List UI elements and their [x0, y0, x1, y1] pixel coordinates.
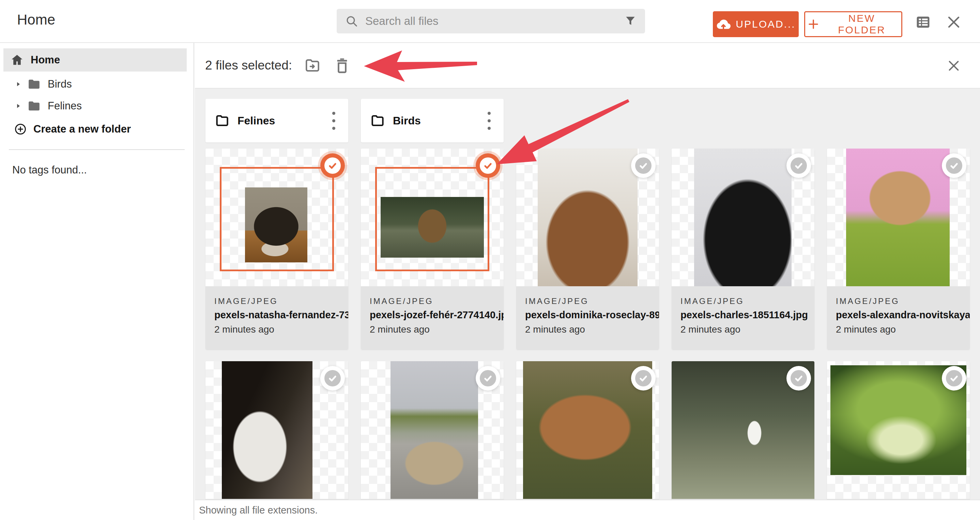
file-type: IMAGE/JPEG — [214, 296, 348, 306]
file-card[interactable]: IMAGE/JPEG pexels-jozef-fehér-2774140.jp… — [361, 149, 504, 350]
file-card[interactable] — [205, 361, 348, 520]
selection-outline — [375, 167, 489, 271]
close-window-button[interactable] — [945, 13, 963, 31]
folder-outline-icon — [371, 114, 385, 127]
file-thumbnail — [516, 361, 659, 499]
page-title: Home — [17, 11, 55, 28]
file-type: IMAGE/JPEG — [525, 296, 659, 306]
sidebar-home-label: Home — [31, 54, 60, 66]
file-time: 2 minutes ago — [681, 324, 815, 335]
caret-right-icon[interactable] — [14, 102, 22, 110]
file-checkbox-unchecked[interactable] — [942, 153, 966, 178]
file-name: pexels-jozef-fehér-2774140.jpg — [370, 309, 504, 321]
main-panel: 2 files selected: Felines Birds — [195, 43, 980, 520]
folder-card-name: Felines — [237, 114, 329, 127]
new-folder-button-label: NEW FOLDER — [824, 13, 899, 36]
folder-icon — [27, 77, 41, 91]
file-checkbox-unchecked[interactable] — [786, 366, 811, 391]
file-card[interactable] — [361, 361, 504, 520]
selection-outline — [220, 167, 334, 271]
file-card[interactable] — [827, 361, 970, 520]
file-name: pexels-alexandra-novitskaya-2... — [836, 309, 970, 321]
sidebar-item-felines[interactable]: Felines — [0, 96, 194, 116]
folder-card-birds[interactable]: Birds — [361, 99, 504, 142]
filter-icon[interactable] — [624, 15, 637, 28]
black-pug-photo — [694, 149, 792, 286]
file-card[interactable] — [671, 361, 815, 520]
file-card[interactable]: IMAGE/JPEG pexels-natasha-fernandez-733.… — [205, 149, 348, 350]
folder-menu-button[interactable] — [329, 109, 339, 132]
file-checkbox-unchecked[interactable] — [786, 153, 811, 178]
folder-outline-icon — [215, 114, 230, 127]
sidebar-folder-label: Birds — [48, 78, 72, 90]
selection-count-label: 2 files selected: — [205, 58, 292, 73]
folder-icon — [27, 99, 41, 113]
selection-toolbar: 2 files selected: — [195, 43, 980, 89]
folder-card-name: Birds — [393, 114, 484, 127]
file-thumbnail — [827, 149, 970, 286]
move-to-folder-button[interactable] — [304, 56, 322, 75]
file-card[interactable]: IMAGE/JPEG pexels-charles-1851164.jpg 2 … — [671, 149, 815, 350]
status-text: Showing all file extensions. — [199, 505, 318, 516]
caret-right-icon[interactable] — [14, 80, 22, 88]
search-bar[interactable] — [337, 9, 645, 33]
file-checkbox-unchecked[interactable] — [631, 366, 655, 391]
file-thumbnail — [827, 361, 970, 499]
file-thumbnail — [205, 149, 348, 286]
file-checkbox-unchecked[interactable] — [320, 366, 345, 391]
file-time: 2 minutes ago — [525, 324, 659, 335]
file-card[interactable] — [516, 361, 659, 520]
tags-empty-message: No tags found... — [0, 160, 194, 180]
file-name: pexels-natasha-fernandez-733... — [214, 309, 348, 321]
dachshund-photo — [538, 149, 638, 286]
file-thumbnail — [361, 149, 504, 286]
cloud-upload-icon — [716, 18, 731, 30]
delete-selected-button[interactable] — [333, 56, 351, 75]
file-thumbnail — [671, 361, 815, 499]
clear-selection-button[interactable] — [945, 57, 963, 75]
new-folder-button[interactable]: NEW FOLDER — [804, 11, 902, 37]
sidebar-item-birds[interactable]: Birds — [0, 74, 194, 94]
folder-menu-button[interactable] — [484, 109, 494, 132]
file-name: pexels-dominika-roseclay-8952... — [525, 309, 659, 321]
tags-empty-label: No tags found... — [12, 164, 87, 176]
status-bar: Showing all file extensions. — [195, 499, 980, 520]
file-thumbnail — [516, 149, 659, 286]
geese-photo — [390, 361, 478, 499]
plus-icon — [807, 18, 819, 30]
file-checkbox-checked[interactable] — [476, 153, 500, 178]
seagulls-photo — [222, 361, 312, 499]
close-icon — [946, 58, 962, 73]
file-time: 2 minutes ago — [836, 324, 970, 335]
file-checkbox-unchecked[interactable] — [476, 366, 500, 391]
file-type: IMAGE/JPEG — [370, 296, 504, 306]
upload-button[interactable]: UPLOAD... — [713, 11, 799, 37]
sidebar-item-home[interactable]: Home — [3, 48, 187, 72]
upload-button-label: UPLOAD... — [736, 18, 795, 30]
file-thumbnail — [671, 149, 815, 286]
folder-card-felines[interactable]: Felines — [205, 99, 348, 142]
list-details-icon — [914, 13, 932, 31]
header: Home UPLOAD... NEW FOLDER — [0, 0, 980, 43]
sidebar-divider — [9, 149, 185, 150]
green-fur-dog-photo — [846, 149, 950, 286]
folder-arrow-icon — [304, 57, 321, 73]
file-checkbox-checked[interactable] — [320, 153, 345, 178]
file-checkbox-unchecked[interactable] — [631, 153, 655, 178]
file-meta: IMAGE/JPEG pexels-alexandra-novitskaya-2… — [827, 286, 970, 350]
file-time: 2 minutes ago — [214, 324, 348, 335]
file-thumbnail — [205, 361, 348, 499]
file-card[interactable]: IMAGE/JPEG pexels-dominika-roseclay-8952… — [516, 149, 659, 350]
file-type: IMAGE/JPEG — [836, 296, 970, 306]
file-checkbox-unchecked[interactable] — [942, 366, 966, 391]
file-meta: IMAGE/JPEG pexels-charles-1851164.jpg 2 … — [671, 286, 815, 350]
search-input[interactable] — [364, 14, 624, 28]
view-toggle-button[interactable] — [914, 13, 932, 31]
file-meta: IMAGE/JPEG pexels-natasha-fernandez-733.… — [205, 286, 348, 350]
sidebar: Home Birds Felines Create a new folder N… — [0, 43, 194, 520]
home-icon — [10, 53, 24, 67]
create-folder-button[interactable]: Create a new folder — [0, 119, 194, 139]
create-folder-label: Create a new folder — [33, 123, 131, 135]
file-card[interactable]: IMAGE/JPEG pexels-alexandra-novitskaya-2… — [827, 149, 970, 350]
close-icon — [946, 14, 962, 30]
